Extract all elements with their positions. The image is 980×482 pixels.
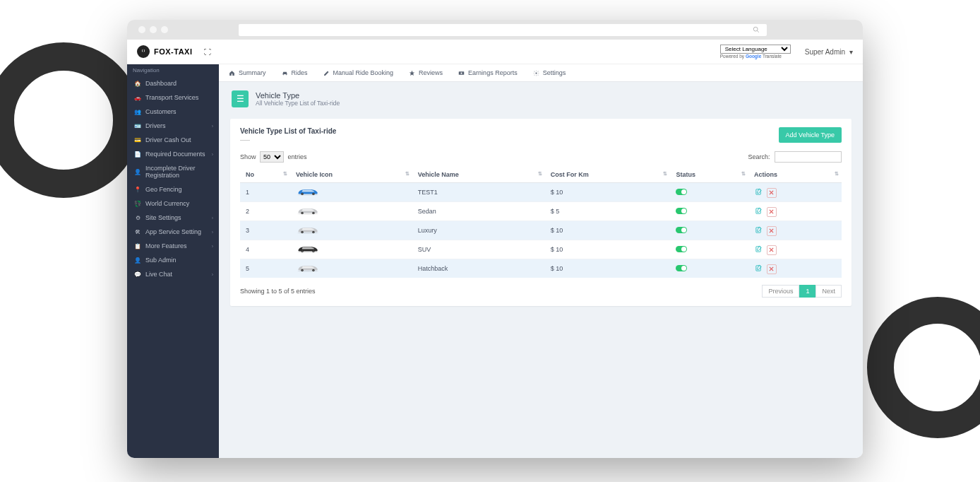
tab-earnings-reports[interactable]: Earnings Reports xyxy=(458,64,518,81)
column-vehicle-icon[interactable]: Vehicle Icon⇅ xyxy=(290,167,412,183)
delete-button[interactable] xyxy=(767,207,777,217)
svg-point-16 xyxy=(297,213,318,214)
delete-button[interactable] xyxy=(767,226,777,236)
column-actions[interactable]: Actions⇅ xyxy=(748,167,842,183)
sidebar-item-required-documents[interactable]: 📄Required Documents› xyxy=(127,147,219,161)
edit-button[interactable] xyxy=(754,187,764,197)
column-vehicle-name[interactable]: Vehicle Name⇅ xyxy=(412,167,545,183)
cell-actions xyxy=(748,259,842,278)
svg-point-20 xyxy=(313,213,313,213)
user-name: Super Admin xyxy=(805,48,845,56)
sidebar-item-transport-services[interactable]: 🚗Transport Services xyxy=(127,90,219,105)
cell-vehicle-name: Sedan xyxy=(412,202,545,221)
minimize-icon[interactable] xyxy=(150,26,157,33)
edit-button[interactable] xyxy=(754,264,764,274)
tab-reviews[interactable]: Reviews xyxy=(409,64,443,81)
tab-rides[interactable]: Rides xyxy=(282,64,308,81)
tab-label: Manual Ride Booking xyxy=(333,69,394,76)
cell-vehicle-icon xyxy=(290,240,412,259)
svg-line-1 xyxy=(757,30,759,33)
search-label: Search: xyxy=(748,153,770,160)
page-1-button[interactable]: 1 xyxy=(799,285,815,298)
sidebar-item-live-chat[interactable]: 💬Live Chat› xyxy=(127,267,219,281)
fullscreen-icon[interactable]: ⛶ xyxy=(204,48,211,56)
sidebar-item-dashboard[interactable]: 🏠Dashboard xyxy=(127,76,219,90)
tab-label: Settings xyxy=(543,69,566,76)
cell-vehicle-name: Hatchback xyxy=(412,259,545,278)
nav-header: Navigation xyxy=(127,64,219,76)
status-toggle[interactable] xyxy=(676,208,687,214)
nav-icon: 📋 xyxy=(134,242,141,249)
translate-attribution: Powered by Google Translate xyxy=(720,54,791,59)
svg-point-11 xyxy=(301,194,302,194)
sidebar-item-more-features[interactable]: 📋More Features› xyxy=(127,239,219,253)
table-row: 5Hatchback$ 10 xyxy=(240,259,842,278)
column-cost-for-km[interactable]: Cost For Km⇅ xyxy=(545,167,671,183)
sidebar-item-world-currency[interactable]: 💱World Currency xyxy=(127,196,219,211)
svg-point-35 xyxy=(301,251,302,252)
edit-icon xyxy=(323,70,330,76)
edit-button[interactable] xyxy=(754,206,764,216)
tab-manual-ride-booking[interactable]: Manual Ride Booking xyxy=(323,64,394,81)
pagination: Previous 1 Next xyxy=(762,285,842,298)
status-toggle[interactable] xyxy=(676,227,687,233)
sidebar-item-drivers[interactable]: 🪪Drivers› xyxy=(127,119,219,133)
next-button[interactable]: Next xyxy=(815,285,842,298)
cell-actions xyxy=(748,221,842,240)
delete-button[interactable] xyxy=(767,188,777,198)
entries-select[interactable]: 50 xyxy=(260,151,284,163)
delete-button[interactable] xyxy=(767,264,777,274)
tab-bar: SummaryRidesManual Ride BookingReviewsEa… xyxy=(219,64,863,82)
tab-label: Earnings Reports xyxy=(468,69,518,76)
sidebar-item-sub-admin[interactable]: 👤Sub Admin xyxy=(127,253,219,267)
sort-icon: ⇅ xyxy=(835,171,839,177)
tab-summary[interactable]: Summary xyxy=(229,64,266,81)
user-menu[interactable]: Super Admin ▾ xyxy=(805,48,853,56)
close-icon[interactable] xyxy=(138,26,145,33)
sort-icon: ⇅ xyxy=(538,171,542,177)
sidebar-item-label: Live Chat xyxy=(145,271,212,278)
page-header: ☰ Vehicle Type All Vehicle Type List of … xyxy=(219,82,863,112)
sidebar-item-geo-fencing[interactable]: 📍Geo Fencing xyxy=(127,182,219,196)
sidebar-item-driver-cash-out[interactable]: 💳Driver Cash Out xyxy=(127,133,219,147)
sidebar-item-label: Incomplete Driver Registration xyxy=(145,165,212,179)
cell-no: 2 xyxy=(240,202,290,221)
svg-point-0 xyxy=(753,27,758,31)
address-bar[interactable] xyxy=(239,24,767,36)
delete-button[interactable] xyxy=(767,245,777,255)
cell-no: 4 xyxy=(240,240,290,259)
cell-status xyxy=(670,202,748,221)
column-status[interactable]: Status⇅ xyxy=(670,167,748,183)
sidebar-item-app-service-setting[interactable]: 🛠App Service Setting› xyxy=(127,225,219,239)
tab-label: Rides xyxy=(292,69,308,76)
table-row: 1TEST1$ 10 xyxy=(240,183,842,202)
maximize-icon[interactable] xyxy=(161,26,168,33)
edit-button[interactable] xyxy=(754,245,764,254)
status-toggle[interactable] xyxy=(676,265,687,271)
cell-actions xyxy=(748,183,842,202)
cell-cost: $ 10 xyxy=(545,183,671,202)
sidebar-item-label: World Currency xyxy=(145,200,212,207)
sidebar-item-site-settings[interactable]: ⚙Site Settings› xyxy=(127,211,219,225)
svg-point-32 xyxy=(297,251,318,252)
status-toggle[interactable] xyxy=(676,246,687,252)
entries-length: Show 50 entries xyxy=(240,151,307,163)
status-toggle[interactable] xyxy=(676,189,687,195)
tab-settings[interactable]: Settings xyxy=(533,64,566,81)
nav-icon: 💬 xyxy=(134,271,141,278)
add-vehicle-type-button[interactable]: Add Vehicle Type xyxy=(779,127,842,143)
chevron-right-icon: › xyxy=(212,124,213,129)
svg-point-7 xyxy=(535,72,537,74)
search-input[interactable] xyxy=(775,151,842,163)
sidebar-item-incomplete-driver-registration[interactable]: 👤Incomplete Driver Registration xyxy=(127,161,219,182)
nav-icon: 💳 xyxy=(134,136,141,143)
svg-point-6 xyxy=(460,72,462,74)
sidebar-item-customers[interactable]: 👥Customers xyxy=(127,105,219,119)
edit-button[interactable] xyxy=(754,225,764,235)
svg-point-28 xyxy=(313,232,313,233)
language-select[interactable]: Select Language xyxy=(720,45,791,54)
nav-icon: ⚙ xyxy=(134,214,141,221)
column-no[interactable]: No⇅ xyxy=(240,167,290,183)
prev-button[interactable]: Previous xyxy=(762,285,799,298)
sidebar-item-label: Geo Fencing xyxy=(145,186,212,193)
